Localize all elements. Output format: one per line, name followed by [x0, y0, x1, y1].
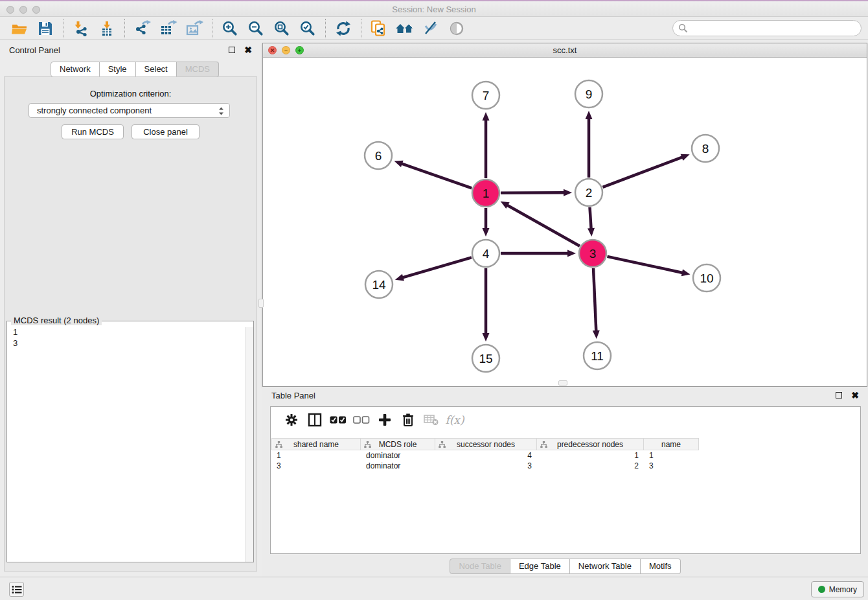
- close-table-panel-icon[interactable]: ✖: [851, 392, 859, 398]
- node-label: 1: [483, 187, 490, 200]
- node-label: 10: [700, 271, 713, 285]
- column-header-MCDS-role[interactable]: MCDS role: [361, 438, 435, 450]
- edge-3-1[interactable]: [501, 202, 580, 246]
- node-1[interactable]: 1: [472, 179, 499, 207]
- edge-4-14[interactable]: [395, 257, 472, 281]
- select-all-columns-button[interactable]: [326, 410, 350, 430]
- node-10[interactable]: 10: [693, 264, 720, 292]
- network-graph[interactable]: 7968124314101511: [263, 58, 867, 386]
- horizontal-splitter-handle[interactable]: [558, 380, 567, 386]
- clone-network-button[interactable]: [366, 18, 392, 39]
- edge-1-6[interactable]: [394, 161, 472, 189]
- node-14[interactable]: 14: [365, 271, 393, 298]
- show-column-button[interactable]: [303, 410, 326, 430]
- table-cell: 1: [537, 450, 644, 461]
- node-8[interactable]: 8: [692, 135, 719, 162]
- memory-button[interactable]: Memory: [811, 581, 864, 597]
- first-neighbors-button[interactable]: [392, 18, 418, 39]
- close-panel-button[interactable]: Close panel: [131, 124, 200, 139]
- criterion-dropdown[interactable]: strongly connected component: [29, 103, 230, 118]
- edge-1-7[interactable]: [483, 112, 490, 178]
- show-panels-button[interactable]: [9, 582, 24, 597]
- export-image-icon: [185, 20, 203, 37]
- delete-table-button[interactable]: [420, 410, 443, 430]
- table-cell: 3: [644, 461, 699, 471]
- table-header-row: shared nameMCDS rolesuccessor nodesprede…: [271, 438, 860, 450]
- create-column-button[interactable]: [373, 410, 396, 430]
- mcds-result-item: 3: [13, 338, 253, 349]
- show-hide-graphics-details-button[interactable]: [418, 18, 444, 39]
- vertical-splitter-handle[interactable]: [258, 299, 264, 308]
- node-6[interactable]: 6: [365, 142, 392, 169]
- birdseye-view-button[interactable]: [444, 18, 470, 39]
- edge-3-11[interactable]: [593, 268, 600, 339]
- tab-motifs[interactable]: Motifs: [641, 559, 681, 574]
- save-session-button[interactable]: [32, 18, 58, 39]
- column-header-name[interactable]: name: [644, 438, 699, 450]
- edge-2-9[interactable]: [586, 111, 593, 178]
- run-mcds-button[interactable]: Run MCDS: [62, 124, 124, 139]
- close-panel-icon[interactable]: ✖: [244, 47, 252, 53]
- hierarchy-icon: [275, 441, 282, 448]
- import-table-button[interactable]: [94, 18, 120, 39]
- toolbar-separator: [361, 19, 361, 38]
- column-header-predecessor-nodes[interactable]: predecessor nodes: [537, 438, 644, 450]
- delete-table-icon: [424, 414, 439, 426]
- control-tabs: NetworkStyleSelectMCDS: [51, 62, 219, 77]
- column-header-successor-nodes[interactable]: successor nodes: [435, 438, 537, 450]
- tab-select[interactable]: Select: [136, 62, 177, 77]
- zoom-in-icon: [222, 20, 238, 37]
- tab-network[interactable]: Network: [51, 62, 100, 77]
- tab-node-table[interactable]: Node Table: [450, 559, 510, 574]
- table-row[interactable]: 1dominator411: [271, 450, 860, 461]
- zoom-in-button[interactable]: [217, 18, 243, 39]
- edge-4-15[interactable]: [483, 268, 490, 341]
- optimization-criterion-label: Optimization criterion:: [5, 89, 257, 98]
- tab-network-table[interactable]: Network Table: [570, 559, 641, 574]
- open-session-button[interactable]: [6, 18, 32, 39]
- node-15[interactable]: 15: [472, 345, 499, 372]
- zoom-fit-button[interactable]: [269, 18, 295, 39]
- export-table-button[interactable]: [155, 18, 181, 39]
- memory-label: Memory: [829, 585, 857, 594]
- table-settings-button[interactable]: [280, 410, 303, 430]
- window-title: Session: New Session: [0, 5, 868, 14]
- zoom-out-button[interactable]: [243, 18, 269, 39]
- edge-2-8[interactable]: [603, 154, 690, 187]
- column-header-shared-name[interactable]: shared name: [271, 438, 361, 450]
- table-row[interactable]: 3dominator323: [271, 461, 860, 471]
- zoom-selected-button[interactable]: [295, 18, 321, 39]
- node-11[interactable]: 11: [584, 342, 611, 369]
- node-label: 15: [479, 352, 492, 365]
- node-7[interactable]: 7: [472, 82, 499, 109]
- edge-3-10[interactable]: [607, 257, 690, 276]
- float-panel-icon[interactable]: [229, 47, 235, 53]
- edge-1-4[interactable]: [483, 208, 490, 237]
- unselect-all-columns-button[interactable]: [350, 410, 373, 430]
- toolbar-separator: [212, 19, 212, 38]
- network-window-titlebar[interactable]: ✕ − + scc.txt: [263, 43, 867, 58]
- function-builder-button[interactable]: f(x): [443, 410, 466, 430]
- edge-1-2[interactable]: [501, 189, 572, 196]
- tab-style[interactable]: Style: [100, 62, 136, 77]
- mcds-result-list: 13: [7, 321, 253, 349]
- tab-edge-table[interactable]: Edge Table: [510, 559, 570, 574]
- export-network-button[interactable]: [130, 18, 155, 39]
- result-scrollbar[interactable]: [245, 327, 253, 562]
- refresh-button[interactable]: [330, 18, 356, 39]
- search-input[interactable]: [691, 22, 861, 35]
- import-network-button[interactable]: [68, 18, 94, 39]
- criterion-value: strongly connected component: [37, 106, 152, 115]
- node-9[interactable]: 9: [575, 80, 602, 108]
- tab-mcds[interactable]: MCDS: [177, 62, 219, 77]
- edge-2-3[interactable]: [588, 207, 595, 237]
- network-canvas[interactable]: 7968124314101511: [263, 58, 867, 386]
- delete-column-button[interactable]: [396, 410, 420, 430]
- float-table-panel-icon[interactable]: [836, 392, 842, 398]
- edge-4-3[interactable]: [501, 250, 576, 257]
- node-4[interactable]: 4: [472, 240, 499, 267]
- node-3[interactable]: 3: [579, 240, 606, 267]
- node-2[interactable]: 2: [575, 179, 602, 206]
- node-label: 8: [702, 142, 709, 156]
- export-image-button[interactable]: [181, 18, 207, 39]
